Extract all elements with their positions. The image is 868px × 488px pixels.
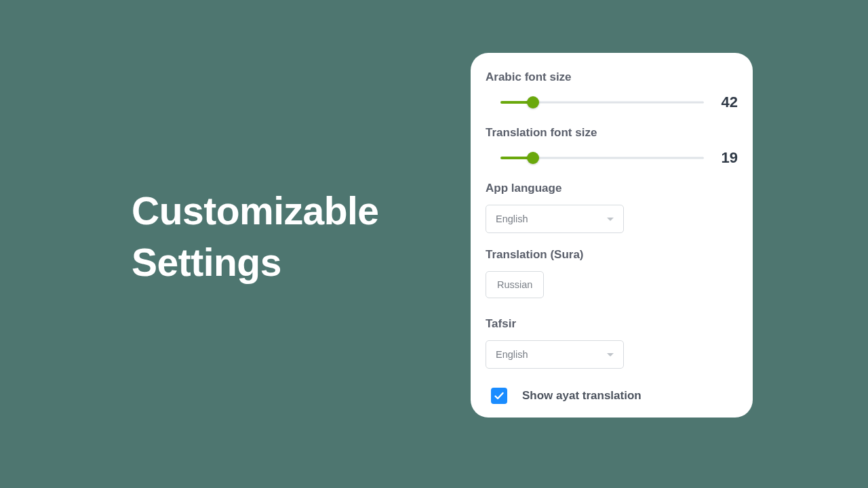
app-language-section: App language English (486, 182, 738, 233)
tafsir-selected: English (496, 349, 528, 360)
show-ayat-label: Show ayat translation (522, 389, 642, 403)
heading-line-2: Settings (132, 237, 379, 289)
show-ayat-checkbox[interactable] (491, 388, 507, 404)
translation-font-section: Translation font size 19 (486, 126, 738, 167)
translation-font-slider-row: 19 (486, 149, 738, 167)
translation-sura-selected: Russian (497, 279, 532, 290)
slider-thumb[interactable] (527, 96, 539, 108)
page-heading: Customizable Settings (132, 186, 379, 289)
check-icon (494, 390, 505, 401)
heading-line-1: Customizable (132, 186, 379, 237)
arabic-font-value: 42 (716, 94, 738, 111)
arabic-font-slider[interactable] (500, 96, 704, 109)
app-language-select[interactable]: English (486, 205, 624, 233)
app-language-selected: English (496, 214, 528, 224)
arabic-font-slider-row: 42 (486, 94, 738, 111)
tafsir-select[interactable]: English (486, 340, 624, 369)
chevron-down-icon (607, 353, 614, 357)
tafsir-section: Tafsir English (486, 317, 738, 369)
arabic-font-section: Arabic font size 42 (486, 70, 738, 111)
tafsir-label: Tafsir (486, 317, 738, 331)
translation-font-value: 19 (716, 149, 738, 167)
settings-card: Arabic font size 42 Translation font siz… (471, 53, 753, 418)
translation-font-slider[interactable] (500, 151, 704, 165)
show-ayat-row: Show ayat translation (486, 384, 738, 404)
translation-sura-section: Translation (Sura) Russian (486, 248, 738, 298)
slider-thumb[interactable] (527, 152, 539, 164)
translation-font-label: Translation font size (486, 126, 738, 140)
arabic-font-label: Arabic font size (486, 70, 738, 84)
translation-sura-select[interactable]: Russian (486, 271, 544, 298)
chevron-down-icon (607, 218, 614, 221)
translation-sura-label: Translation (Sura) (486, 248, 738, 262)
app-language-label: App language (486, 182, 738, 195)
